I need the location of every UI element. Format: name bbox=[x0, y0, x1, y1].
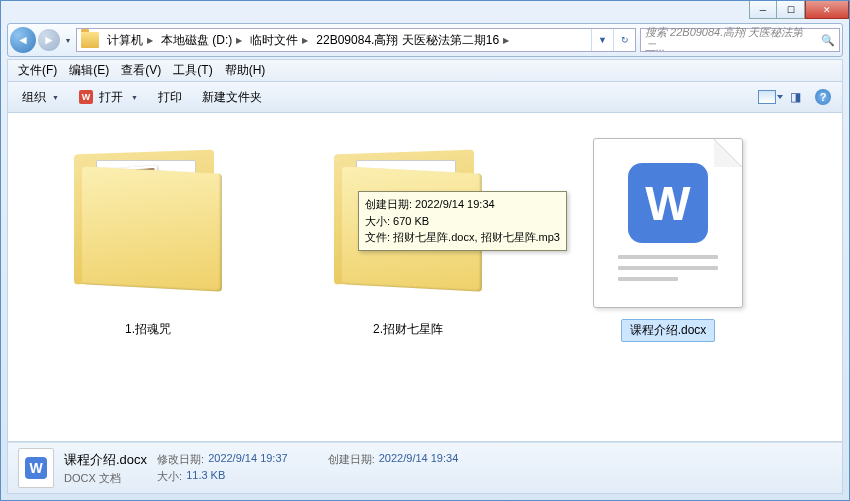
modified-value: 2022/9/14 19:37 bbox=[208, 452, 288, 467]
maximize-button[interactable]: ☐ bbox=[777, 1, 805, 19]
item-label: 1.招魂咒 bbox=[117, 319, 179, 340]
explorer-window: ─ ☐ ✕ ◄ ► ▼ 计算机▶ 本地磁盘 (D:)▶ 临时文件▶ 22B090… bbox=[0, 0, 850, 501]
back-button[interactable]: ◄ bbox=[10, 27, 36, 53]
minimize-button[interactable]: ─ bbox=[749, 1, 777, 19]
search-icon[interactable]: 🔍 bbox=[821, 34, 835, 47]
menu-view[interactable]: 查看(V) bbox=[115, 60, 167, 81]
address-bar[interactable]: 计算机▶ 本地磁盘 (D:)▶ 临时文件▶ 22B09084.高翔 天医秘法第二… bbox=[76, 28, 636, 52]
help-button[interactable]: ? bbox=[810, 86, 836, 108]
crumb-current[interactable]: 22B09084.高翔 天医秘法第二期16▶ bbox=[312, 32, 513, 49]
wps-icon: W bbox=[79, 90, 93, 104]
new-folder-button[interactable]: 新建文件夹 bbox=[194, 86, 270, 109]
forward-button[interactable]: ► bbox=[38, 29, 60, 51]
menu-tools[interactable]: 工具(T) bbox=[167, 60, 218, 81]
file-list[interactable]: 1.招魂咒 P3 2.招财七星阵 W 课程介绍.docx bbox=[7, 113, 843, 442]
menu-bar: 文件(F) 编辑(E) 查看(V) 工具(T) 帮助(H) bbox=[7, 59, 843, 81]
tooltip: 创建日期: 2022/9/14 19:34 大小: 670 KB 文件: 招财七… bbox=[358, 191, 567, 251]
view-options-button[interactable] bbox=[754, 86, 780, 108]
created-label: 创建日期: bbox=[328, 452, 375, 467]
size-label: 大小: bbox=[157, 469, 182, 484]
folder-item-1[interactable]: 1.招魂咒 bbox=[18, 123, 278, 363]
details-filetype: DOCX 文档 bbox=[64, 471, 147, 486]
command-bar: 组织▼ W打开▼ 打印 新建文件夹 ◨ ? bbox=[7, 81, 843, 113]
history-dropdown[interactable]: ▼ bbox=[62, 27, 74, 53]
address-dropdown[interactable]: ▼ bbox=[591, 29, 613, 51]
nav-bar: ◄ ► ▼ 计算机▶ 本地磁盘 (D:)▶ 临时文件▶ 22B09084.高翔 … bbox=[7, 23, 843, 57]
doc-thumb: W bbox=[578, 133, 758, 313]
tooltip-created: 创建日期: 2022/9/14 19:34 bbox=[365, 196, 560, 213]
preview-pane-button[interactable]: ◨ bbox=[782, 86, 808, 108]
tooltip-size: 大小: 670 KB bbox=[365, 213, 560, 230]
details-file-icon: W bbox=[18, 448, 54, 488]
help-icon: ? bbox=[815, 89, 831, 105]
size-value: 11.3 KB bbox=[186, 469, 225, 484]
created-value: 2022/9/14 19:34 bbox=[379, 452, 459, 467]
window-controls: ─ ☐ ✕ bbox=[749, 1, 849, 19]
search-input[interactable]: 搜索 22B09084.高翔 天医秘法第二... 🔍 bbox=[640, 28, 840, 52]
folder-thumb bbox=[58, 133, 238, 313]
tooltip-files: 文件: 招财七星阵.docx, 招财七星阵.mp3 bbox=[365, 229, 560, 246]
print-button[interactable]: 打印 bbox=[150, 86, 190, 109]
details-pane: W 课程介绍.docx DOCX 文档 修改日期:2022/9/14 19:37… bbox=[7, 442, 843, 494]
titlebar[interactable]: ─ ☐ ✕ bbox=[1, 1, 849, 23]
folder-icon bbox=[81, 32, 99, 48]
open-button[interactable]: W打开▼ bbox=[71, 86, 146, 109]
item-label: 2.招财七星阵 bbox=[365, 319, 451, 340]
wps-doc-icon: W bbox=[628, 163, 708, 243]
menu-file[interactable]: 文件(F) bbox=[12, 60, 63, 81]
file-item-docx[interactable]: W 课程介绍.docx bbox=[538, 123, 798, 363]
organize-button[interactable]: 组织▼ bbox=[14, 86, 67, 109]
crumb-drive-d[interactable]: 本地磁盘 (D:)▶ bbox=[157, 32, 246, 49]
wps-icon: W bbox=[25, 457, 47, 479]
item-label: 课程介绍.docx bbox=[621, 319, 716, 342]
close-button[interactable]: ✕ bbox=[805, 1, 849, 19]
details-filename: 课程介绍.docx bbox=[64, 451, 147, 469]
crumb-temp[interactable]: 临时文件▶ bbox=[246, 32, 312, 49]
refresh-button[interactable]: ↻ bbox=[613, 29, 635, 51]
menu-help[interactable]: 帮助(H) bbox=[219, 60, 272, 81]
menu-edit[interactable]: 编辑(E) bbox=[63, 60, 115, 81]
search-placeholder: 搜索 22B09084.高翔 天医秘法第二... bbox=[645, 25, 821, 55]
crumb-computer[interactable]: 计算机▶ bbox=[103, 32, 157, 49]
modified-label: 修改日期: bbox=[157, 452, 204, 467]
